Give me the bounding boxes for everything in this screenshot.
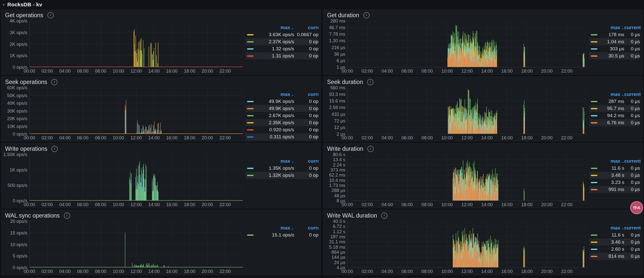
info-icon[interactable]: i [51,79,58,85]
legend-sort-current[interactable]: current [294,25,318,30]
legend-row-avg[interactable]: avg30.5 µs0 µs [589,52,639,59]
plot-area[interactable] [29,221,243,268]
legend-row-95%[interactable]: 95%2.60 s0 µs [589,246,639,253]
translate-icon[interactable]: 中A [630,201,643,214]
x-tick-label: 02:00 [362,269,373,274]
legend-row-l0[interactable]: l01.32 ops/s0 ops/s [245,45,317,52]
legend-row-max[interactable]: max11.6 s0 µs [589,165,639,172]
legend-sort-max[interactable]: max⌄ [599,225,624,231]
info-icon[interactable]: i [363,12,370,18]
x-tick-label: 14:00 [148,202,160,207]
plot-area[interactable] [29,88,243,134]
series-color-dash [591,234,597,236]
y-tick-label: 20K ops/s [7,116,27,121]
legend-sort-max[interactable]: max⌄ [256,225,294,231]
legend-row-with_wal[interactable]: with_wal1.35K ops/s0 ops/s [245,165,317,172]
series-max-value: 3.23 s [599,180,624,185]
legend-row-99%[interactable]: 99%3.48 s0 µs [589,172,639,179]
legend-sort-current[interactable]: current [624,158,640,164]
panel-title[interactable]: WAL sync operations [5,212,60,219]
x-axis: 00:0002:0004:0006:0008:0010:0012:0014:00… [347,134,587,141]
legend-sort-current[interactable]: current [624,25,640,30]
series-max-value: 2.67K ops/s [256,113,294,118]
legend-row-prev_found[interactable]: prev_found0.311 ops/s0 ops/s [245,133,317,140]
panel-title[interactable]: Write WAL duration [327,212,377,219]
legend-sort-current[interactable]: current [624,92,640,97]
info-icon[interactable]: i [47,12,54,18]
info-icon[interactable]: i [51,146,58,152]
plot-area[interactable] [347,221,587,268]
plot-area[interactable] [29,155,243,201]
legend-row-95%[interactable]: 95%303 µs0 µs [589,45,639,52]
series-max-value: 30.5 µs [599,53,624,59]
series-color-dash [247,115,254,116]
y-tick-label: 864 µs [332,250,345,255]
chevron-down-icon[interactable]: ˅ [3,3,5,7]
series-max-value: 303 µs [599,46,624,52]
x-tick-label: 04:00 [59,135,71,141]
legend-row-l2_and_up[interactable]: l2_and_up1.31 ops/s0 ops/s [245,52,317,59]
y-tick-label: 7.78 ms [329,32,345,37]
x-tick-label: 22:00 [561,69,573,74]
series-color-dash [247,41,254,42]
series-color-dash [247,34,254,35]
legend-row-seek_found[interactable]: seek_found2.35K ops/s0 ops/s [245,119,317,126]
info-icon[interactable]: i [64,212,70,219]
panel-title[interactable]: Seek operations [5,79,47,85]
x-tick-label: 20:00 [202,269,213,274]
panel-grid: Get operations i 4K ops/s3K ops/s2K ops/… [1,10,643,275]
y-tick-label: 72 µs [334,118,345,123]
plot-area[interactable] [347,155,587,201]
legend-row-avg[interactable]: avg6.76 ms0 µs [589,119,639,126]
legend-row-99%[interactable]: 99%1.04 ms0 µs [589,38,639,45]
legend-sort-current[interactable]: current [294,225,318,231]
legend-row-95%[interactable]: 95%3.23 s0 µs [589,179,639,186]
legend-sort-current[interactable]: current [294,158,318,164]
legend-sort-max[interactable]: max⌄ [256,92,294,97]
legend-sort-max[interactable]: max⌄ [256,158,294,164]
plot-area[interactable] [29,21,243,67]
legend-row-max[interactable]: max178 ms0 µs [589,31,639,38]
info-icon[interactable]: i [381,212,387,219]
legend-sort-max[interactable]: max⌄ [599,158,624,164]
x-tick-label: 22:00 [219,135,231,141]
y-tick-label: 500 ops/s [8,183,27,188]
legend-row-block_cache[interactable]: block_cache3.63K ops/s0.0667 ops/s [245,31,317,38]
plot-area[interactable] [347,21,587,67]
y-tick-label: 10K ops/s [7,124,27,129]
panel-title[interactable]: Write duration [327,145,363,152]
legend-sort-max[interactable]: max⌄ [599,25,624,30]
panel-title[interactable]: Get operations [5,12,43,19]
x-tick-label: 16:00 [501,69,513,74]
legend-row-99%[interactable]: 99%3.46 s0 µs [589,239,639,246]
legend-sort-max[interactable]: max⌄ [599,92,624,97]
legend-row-sync[interactable]: sync15.1 ops/s0 ops/s [245,231,317,239]
legend-row-avg[interactable]: avg814 ms0 µs [589,253,639,260]
legend-row-memtable[interactable]: memtable2.37K ops/s0 ops/s [245,38,317,45]
legend-sort-current[interactable]: current [624,225,640,231]
legend-row-done[interactable]: done1.32K ops/s0 ops/s [245,172,317,179]
legend-sort-max[interactable]: max⌄ [256,25,294,30]
panel-title[interactable]: Seek duration [327,79,363,85]
legend-row-max[interactable]: max287 ms0 µs [589,98,639,105]
legend-row-prev[interactable]: prev0.920 ops/s0 ops/s [245,126,317,133]
info-icon[interactable]: i [367,146,374,152]
series-max-value: 1.35K ops/s [256,165,294,171]
dashboard-row-header[interactable]: ˅ RocksDB - kv [0,0,644,9]
x-tick-label: 10:00 [113,69,124,74]
y-tick-label: 4K ops/s [10,18,27,24]
row-title[interactable]: RocksDB - kv [7,2,42,8]
legend-row-max[interactable]: max11.6 s0 µs [589,231,639,239]
legend-sort-current[interactable]: current [294,92,318,97]
legend-row-next_found[interactable]: next_found49.9K ops/s0 ops/s [245,105,317,112]
x-tick-label: 02:00 [42,69,53,74]
info-icon[interactable]: i [367,79,373,85]
legend-row-99%[interactable]: 99%95.7 ms0 µs [589,105,639,112]
panel-title[interactable]: Get duration [327,12,359,19]
panel-title[interactable]: Write operations [5,145,47,152]
legend-row-seek[interactable]: seek2.67K ops/s0 ops/s [245,112,317,119]
legend-row-next[interactable]: next49.9K ops/s0 ops/s [245,98,317,105]
legend-row-95%[interactable]: 95%94.2 ms0 µs [589,112,639,119]
legend-row-avg[interactable]: avg991 ms0 µs [589,186,639,193]
plot-area[interactable] [347,88,587,134]
